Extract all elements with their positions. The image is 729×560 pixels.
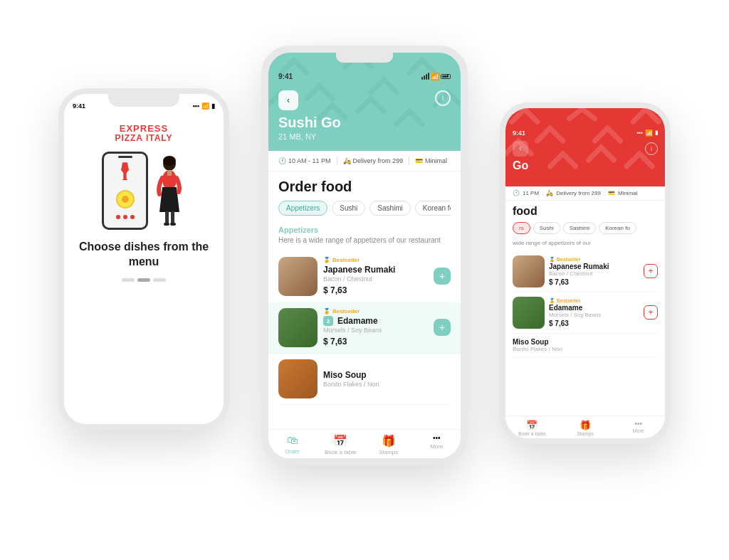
medal-icon-2: 🏅 bbox=[323, 308, 330, 315]
dot-2 bbox=[137, 278, 150, 282]
right-info-strip: 🕐 11 PM | 🛵 Delivery from 299 | 💳 Minima… bbox=[505, 186, 665, 201]
right-edamame-badge: 🏅Bestseller bbox=[549, 298, 639, 304]
info-strip: 🕐 10 AM - 11 PM 🛵 Delivery from 299 💳 Mi… bbox=[268, 151, 461, 171]
right-info-btn[interactable]: i bbox=[645, 142, 658, 155]
right-nav-more[interactable]: ••• More bbox=[612, 420, 665, 436]
right-cat-sushi[interactable]: Sushi bbox=[533, 222, 560, 234]
edamame-name: Edamame bbox=[337, 316, 378, 326]
minimal-info: 💳 Minimal bbox=[415, 157, 447, 164]
edamame-image bbox=[278, 308, 318, 347]
info-divider-1 bbox=[337, 157, 337, 165]
center-notch bbox=[336, 53, 393, 63]
order-label: Order bbox=[285, 448, 300, 455]
phone-mockup-area bbox=[102, 152, 186, 230]
right-stamps-label: Stamps bbox=[577, 431, 594, 436]
right-order-section: food rs Sushi Sashimi Korean fo bbox=[505, 201, 665, 237]
right-more-icon: ••• bbox=[634, 420, 642, 428]
right-edamame-add[interactable]: + bbox=[644, 305, 658, 319]
right-restaurant-name: Go bbox=[513, 159, 658, 172]
card-icon: 💳 bbox=[415, 157, 423, 164]
right-edamame-details: 🏅Bestseller Edamame Morsels / Soy Beans … bbox=[549, 298, 639, 327]
right-cat-sashimi[interactable]: Sashimi bbox=[563, 222, 596, 234]
right-cat-korean[interactable]: Korean fo bbox=[599, 222, 636, 234]
right-edamame-desc: Morsels / Soy Beans bbox=[549, 312, 639, 318]
right-miso-desc: Bonito Flakes / Nori bbox=[513, 346, 658, 352]
right-delivery-icon: 🛵 bbox=[546, 190, 553, 196]
svg-rect-5 bbox=[165, 211, 169, 224]
edamame-add-button[interactable]: + bbox=[434, 319, 451, 336]
more-icon: ••• bbox=[433, 434, 441, 442]
rumaki-badge: 🏅 Bestseller bbox=[323, 257, 428, 263]
category-sashimi[interactable]: Sashimi bbox=[369, 201, 411, 216]
left-notch bbox=[108, 94, 179, 107]
delivery-icon: 🛵 bbox=[343, 157, 351, 164]
right-nav-stamps[interactable]: 🎁 Stamps bbox=[559, 420, 612, 436]
center-phone: 9:41 📶 bbox=[261, 46, 468, 465]
info-divider-2 bbox=[409, 157, 409, 165]
right-menu: wide range of appetizers of our 🏅Bestsel… bbox=[505, 237, 665, 416]
restaurant-name: Sushi Go bbox=[278, 115, 341, 131]
restaurant-info: Sushi Go 21 MB, NY bbox=[278, 115, 451, 141]
right-miso-name: Miso Soup bbox=[513, 338, 658, 346]
back-button[interactable]: ‹ bbox=[278, 90, 298, 110]
right-back-btn[interactable]: ‹ bbox=[513, 141, 528, 157]
svg-point-1 bbox=[163, 156, 176, 166]
right-edamame-img bbox=[513, 297, 545, 329]
right-section-desc: wide range of appetizers of our bbox=[513, 240, 658, 247]
right-rumaki-add[interactable]: + bbox=[644, 264, 658, 278]
svg-rect-6 bbox=[171, 211, 174, 224]
category-appetizers[interactable]: Appetizers bbox=[278, 201, 327, 216]
svg-rect-7 bbox=[164, 223, 169, 226]
rumaki-add-button[interactable]: + bbox=[434, 268, 451, 285]
nav-book-table[interactable]: 📅 Book a table bbox=[317, 434, 365, 455]
info-button[interactable]: i bbox=[435, 90, 451, 106]
category-sushi[interactable]: Sushi bbox=[332, 201, 365, 216]
right-nav-book[interactable]: 📅 Book a table bbox=[505, 420, 559, 436]
center-header: 9:41 📶 bbox=[268, 53, 461, 151]
order-food-section: Order food Appetizers Sushi Sashimi Kore… bbox=[268, 171, 461, 220]
right-rumaki-desc: Bacon / Chestnut bbox=[549, 270, 639, 277]
edamame-badge: 🏅 Bestseller bbox=[323, 308, 428, 315]
left-time: 9:41 bbox=[73, 102, 85, 110]
right-miso-details: Miso Soup Bonito Flakes / Nori bbox=[513, 338, 658, 352]
right-card-icon: 💳 bbox=[608, 190, 615, 196]
right-header: 9:41 ▪▪▪ 📶 ▮ ‹ i Go bbox=[505, 108, 665, 186]
svg-rect-8 bbox=[170, 223, 176, 226]
nav-more[interactable]: ••• More bbox=[413, 434, 461, 455]
order-food-title: Order food bbox=[278, 179, 451, 195]
right-item-rumaki: 🏅Bestseller Japanese Rumaki Bacon / Ches… bbox=[513, 251, 658, 292]
nav-stamps[interactable]: 🎁 Stamps bbox=[364, 434, 413, 455]
nav-order[interactable]: 🛍 Order bbox=[268, 434, 317, 455]
right-bottom-nav: 📅 Book a table 🎁 Stamps ••• More bbox=[505, 416, 665, 438]
right-order-title: food bbox=[513, 205, 658, 218]
delivery-info: 🛵 Delivery from 299 bbox=[343, 157, 404, 164]
choose-text: Choose dishes from the menu bbox=[64, 240, 224, 270]
category-korean[interactable]: Korean fo bbox=[415, 201, 451, 216]
center-time: 9:41 bbox=[278, 73, 293, 80]
restaurant-location: 21 MB, NY bbox=[278, 132, 341, 141]
edamame-quantity: 2 bbox=[323, 316, 333, 326]
menu-item-edamame: 🏅 Bestseller 2 Edamame Morsels / Soy Bea… bbox=[268, 302, 461, 354]
svg-marker-4 bbox=[159, 187, 179, 212]
rumaki-name: Japanese Rumaki bbox=[323, 265, 428, 275]
woman-figure bbox=[154, 155, 186, 226]
right-rumaki-badge: 🏅Bestseller bbox=[549, 257, 639, 263]
right-rumaki-img bbox=[513, 255, 545, 287]
edamame-details: 🏅 Bestseller 2 Edamame Morsels / Soy Bea… bbox=[323, 308, 428, 347]
right-cat-appetizers[interactable]: rs bbox=[513, 222, 530, 234]
clock-icon: 🕐 bbox=[278, 157, 286, 164]
dot-3 bbox=[153, 278, 166, 282]
categories-row: Appetizers Sushi Sashimi Korean fo bbox=[278, 201, 451, 216]
right-book-label: Book a table bbox=[518, 431, 546, 436]
wine-bottle-icon bbox=[117, 162, 133, 184]
dots-indicator bbox=[122, 278, 166, 282]
rumaki-desc: Bacon / Chestnut bbox=[323, 275, 428, 282]
stamps-icon: 🎁 bbox=[382, 434, 396, 448]
hours-text: 10 AM - 11 PM bbox=[288, 157, 331, 164]
miso-details: Miso Soup Bonito Flakes / Nori bbox=[323, 370, 451, 388]
red-dots bbox=[116, 215, 135, 219]
menu-content: Appetizers Here is a wide range of appet… bbox=[268, 220, 461, 429]
logo-line1: EXPRESS bbox=[115, 124, 172, 134]
edamame-desc: Morsels / Soy Beans bbox=[323, 327, 428, 334]
right-stamps-icon: 🎁 bbox=[579, 420, 591, 430]
